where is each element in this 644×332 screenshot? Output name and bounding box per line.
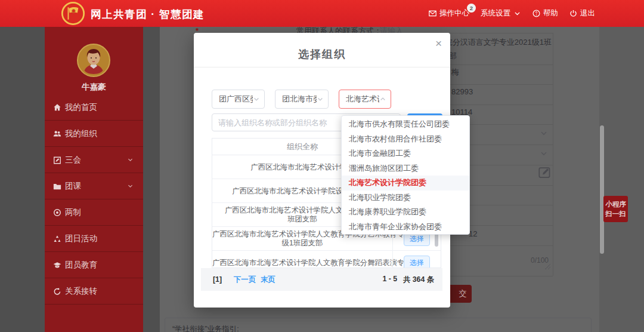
badge-line1: 小程序 [603,199,628,209]
header-menu: 操作中心 2 系统设置 帮助 退出 [429,0,595,27]
guide-box: “学社衔接”业务指引: [165,318,592,332]
contact-name-value: 梅 [451,67,459,78]
guide-title: “学社衔接”业务指引: [172,324,239,332]
refresh-icon [53,287,61,296]
badge-line2: 扫一扫 [603,209,628,219]
power-icon [569,10,577,17]
edit-icon[interactable] [538,165,552,179]
divider [194,67,450,67]
dropdown-option[interactable]: 北海市供水有限责任公司团委 [342,117,469,132]
dialog-title: 选择组织 [194,47,450,62]
dropdown-option[interactable]: 涠洲岛旅游区团工委 [342,161,469,176]
header-item-help[interactable]: 帮助 [532,8,558,19]
dropdown-option[interactable]: 北海市金融团工委 [342,146,469,161]
dropdown-option-selected[interactable]: 北海艺术设计学院团委 [342,176,469,190]
sidebar-item-league-class[interactable]: 团课 [45,173,143,199]
phone-value: 82993 [451,87,473,96]
province-select[interactable]: 团广西区委 [212,90,265,109]
notification-badge: 2 [467,4,476,13]
avatar[interactable] [77,44,110,77]
users-icon [53,130,61,138]
organization-dropdown: 北海市供水有限责任公司团委 北海市农村信用合作社团委 北海市金融团工委 涠洲岛旅… [341,115,470,235]
username: 牛嘉豪 [45,82,143,93]
form-column-border [553,33,553,276]
chevron-down-icon [253,96,260,103]
chevron-down-icon[interactable] [540,149,548,158]
last-page-link[interactable]: 末页 [261,275,275,285]
home-icon [53,103,61,112]
envelope-icon [429,10,436,17]
char-counter: 0/100 [513,256,549,265]
select-row-button[interactable]: 选择 [404,256,430,268]
sidebar-item-league-day[interactable]: 团日活动 [45,226,143,252]
current-page[interactable]: [1] [213,275,222,284]
league-emblem-logo [61,1,85,28]
app-title: 网上共青团 · 智慧团建 [91,7,205,21]
sidebar-item-two-systems[interactable]: 两制 [45,199,143,226]
question-icon [532,10,540,17]
dropdown-option[interactable]: 北海市青年企业家协会团委 [342,220,469,235]
graduation-cap-icon [53,261,61,269]
header-item-logout[interactable]: 退出 [569,8,595,19]
page-scrollbar[interactable] [600,125,604,254]
chevron-down-icon[interactable] [540,129,548,137]
sidebar-item-relation-transfer[interactable]: 关系接转 [45,278,143,305]
pagination-bar: [1] 下一页 末页 1 - 5 共 364 条 [201,268,442,291]
dropdown-option[interactable]: 北海康养职业学院团委 [342,205,469,220]
sidebar-item-member-education[interactable]: 团员教育 [45,252,143,278]
time-value: 12 [469,229,477,238]
sidebar: 牛嘉豪 我的首页 我的组织 三会 团课 两制 [45,27,143,332]
target-icon [53,208,61,217]
chevron-up-icon [379,96,386,103]
screen: * 常用联系人的联系方式： 请输入 教育学院分汉语言文学专业2021级1班 团支… [0,0,644,332]
chevron-down-icon [317,96,324,103]
chevron-down-icon [127,183,134,189]
header-item-operation-center[interactable]: 操作中心 2 [429,8,469,19]
dropdown-option[interactable]: 北海职业学院团委 [342,190,469,205]
chevron-down-icon [513,10,521,17]
city-select[interactable]: 团北海市委 [275,90,329,109]
top-header: 网上共青团 · 智慧团建 操作中心 2 系统设置 帮助 退出 [0,0,644,27]
page-gutter-right [599,27,644,332]
edit-square-icon [53,156,61,164]
table-row: 广西区北海市北海艺术设计学院人文教育学院分舞蹈表演专业2021 选择 [212,251,441,268]
header-item-system-settings[interactable]: 系统设置 [481,8,521,19]
organization-select[interactable]: 北海艺术设计 [339,90,391,109]
miniprogram-scan-badge[interactable]: 小程序 扫一扫 [603,196,628,222]
sidebar-item-meetings[interactable]: 三会 [45,147,143,173]
textarea-resize-handle[interactable] [544,263,550,269]
sidebar-menu: 我的首页 我的组织 三会 团课 两制 团日活动 [45,94,143,305]
chevron-down-icon [127,156,134,163]
pagination-summary: 1 - 5 共 364 条 [382,275,434,285]
next-page-link[interactable]: 下一页 [234,275,256,285]
sidebar-item-my-org[interactable]: 我的组织 [45,121,143,147]
sidebar-item-home[interactable]: 我的首页 [45,94,143,121]
recycle-icon [53,235,61,243]
dropdown-option[interactable]: 北海市农村信用合作社团委 [342,132,469,147]
folder-icon [53,182,61,190]
